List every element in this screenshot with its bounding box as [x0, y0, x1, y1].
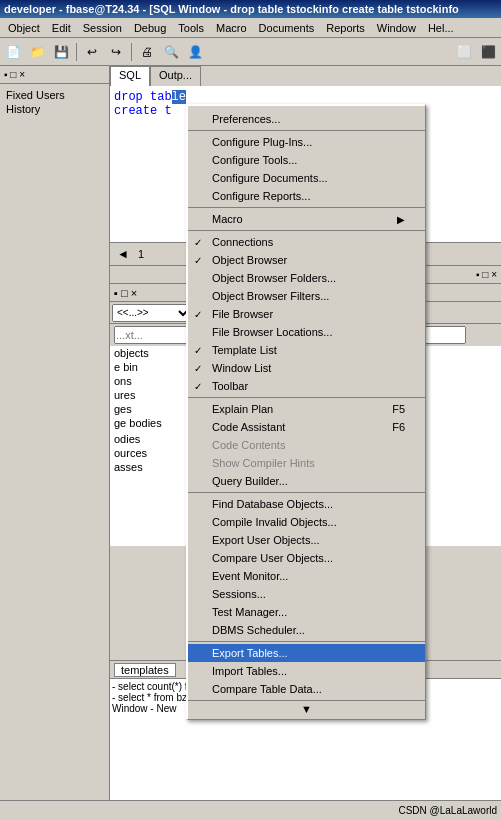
menu-bar: Object Edit Session Debug Tools Macro Do… — [0, 18, 501, 38]
connections-item[interactable]: ✓ Connections — [188, 233, 425, 251]
template-list-label: Template List — [212, 344, 277, 356]
file-browser-check: ✓ — [194, 309, 202, 320]
menu-section-macro: Macro ▶ — [188, 208, 425, 231]
tools-menu: Preferences... Configure Plug-Ins... Con… — [186, 104, 426, 720]
test-manager-label: Test Manager... — [212, 606, 287, 618]
file-browser-item[interactable]: ✓ File Browser — [188, 305, 425, 323]
code-assistant-label: Code Assistant — [212, 421, 285, 433]
file-browser-locations-item[interactable]: File Browser Locations... — [188, 323, 425, 341]
export-tables-label: Export Tables... — [212, 647, 288, 659]
explain-plan-shortcut: F5 — [372, 403, 405, 415]
sessions-item[interactable]: Sessions... — [188, 585, 425, 603]
sessions-label: Sessions... — [212, 588, 266, 600]
history-item[interactable]: History — [2, 102, 107, 116]
compare-table-data-item[interactable]: Compare Table Data... — [188, 680, 425, 698]
right-toolbar-btn-1[interactable]: ⬜ — [453, 41, 475, 63]
query-builder-label: Query Builder... — [212, 475, 288, 487]
sql-line-1: drop table — [114, 90, 497, 104]
import-tables-item[interactable]: Import Tables... — [188, 662, 425, 680]
user-button[interactable]: 👤 — [184, 41, 206, 63]
show-compiler-hints-item: Show Compiler Hints — [188, 454, 425, 472]
event-monitor-label: Event Monitor... — [212, 570, 288, 582]
right-toolbar-btn-2[interactable]: ⬛ — [477, 41, 499, 63]
configure-plugins-item[interactable]: Configure Plug-Ins... — [188, 133, 425, 151]
new-button[interactable]: 📄 — [2, 41, 24, 63]
find-database-objects-item[interactable]: Find Database Objects... — [188, 495, 425, 513]
open-button[interactable]: 📁 — [26, 41, 48, 63]
play-button[interactable]: ◄ — [112, 243, 134, 265]
toolbar-label: Toolbar — [212, 380, 248, 392]
menu-scroll-down[interactable]: ▼ — [188, 701, 425, 717]
menu-edit[interactable]: Edit — [46, 18, 77, 37]
compile-invalid-objects-item[interactable]: Compile Invalid Objects... — [188, 513, 425, 531]
explain-plan-item[interactable]: Explain Plan F5 — [188, 400, 425, 418]
dbms-scheduler-item[interactable]: DBMS Scheduler... — [188, 621, 425, 639]
undo-button[interactable]: ↩ — [81, 41, 103, 63]
code-assistant-item[interactable]: Code Assistant F6 — [188, 418, 425, 436]
print-button[interactable]: 🖨 — [136, 41, 158, 63]
left-panel-content: Fixed Users History — [0, 84, 109, 120]
configure-reports-label: Configure Reports... — [212, 190, 310, 202]
compile-invalid-objects-label: Compile Invalid Objects... — [212, 516, 337, 528]
preferences-item[interactable]: Preferences... — [188, 110, 425, 128]
object-browser-item[interactable]: ✓ Object Browser — [188, 251, 425, 269]
find-database-objects-label: Find Database Objects... — [212, 498, 333, 510]
left-panel-title: ▪ □ × — [4, 69, 25, 80]
fixed-users-item[interactable]: Fixed Users — [2, 88, 107, 102]
tab-output[interactable]: Outp... — [150, 66, 201, 86]
ob-dropdown[interactable]: <<...>> — [112, 304, 192, 322]
test-manager-item[interactable]: Test Manager... — [188, 603, 425, 621]
down-arrow-icon: ▼ — [301, 703, 312, 715]
toolbar-check: ✓ — [194, 381, 202, 392]
menu-debug[interactable]: Debug — [128, 18, 172, 37]
menu-object[interactable]: Object — [2, 18, 46, 37]
configure-tools-item[interactable]: Configure Tools... — [188, 151, 425, 169]
code-contents-item: Code Contents — [188, 436, 425, 454]
template-list-item[interactable]: ✓ Template List — [188, 341, 425, 359]
title-text: developer - fbase@T24.34 - [SQL Window -… — [4, 3, 459, 15]
object-browser-folders-item[interactable]: Object Browser Folders... — [188, 269, 425, 287]
menu-tools[interactable]: Tools — [172, 18, 210, 37]
import-tables-label: Import Tables... — [212, 665, 287, 677]
find-button[interactable]: 🔍 — [160, 41, 182, 63]
templates-tab[interactable]: templates — [114, 663, 176, 677]
compare-user-objects-item[interactable]: Compare User Objects... — [188, 549, 425, 567]
explain-plan-label: Explain Plan — [212, 403, 273, 415]
compare-user-objects-label: Compare User Objects... — [212, 552, 333, 564]
left-panel: ▪ □ × Fixed Users History — [0, 66, 110, 800]
window-list-label: Window List — [212, 362, 271, 374]
query-builder-item[interactable]: Query Builder... — [188, 472, 425, 490]
toolbar-item[interactable]: ✓ Toolbar — [188, 377, 425, 395]
redo-button[interactable]: ↪ — [105, 41, 127, 63]
object-browser-folders-label: Object Browser Folders... — [212, 272, 336, 284]
menu-window[interactable]: Window — [371, 18, 422, 37]
configure-documents-item[interactable]: Configure Documents... — [188, 169, 425, 187]
object-browser-filters-item[interactable]: Object Browser Filters... — [188, 287, 425, 305]
configure-reports-item[interactable]: Configure Reports... — [188, 187, 425, 205]
file-browser-label: File Browser — [212, 308, 273, 320]
tab-sql[interactable]: SQL — [110, 66, 150, 86]
object-browser-check: ✓ — [194, 255, 202, 266]
export-user-objects-item[interactable]: Export User Objects... — [188, 531, 425, 549]
menu-section-panels: ✓ Connections ✓ Object Browser Object Br… — [188, 231, 425, 398]
menu-help[interactable]: Hel... — [422, 18, 460, 37]
toolbar-separator-1 — [76, 43, 77, 61]
macro-item[interactable]: Macro ▶ — [188, 210, 425, 228]
event-monitor-item[interactable]: Event Monitor... — [188, 567, 425, 585]
menu-reports[interactable]: Reports — [320, 18, 371, 37]
export-tables-item[interactable]: Export Tables... — [188, 644, 425, 662]
template-list-check: ✓ — [194, 345, 202, 356]
menu-section-plan: Explain Plan F5 Code Assistant F6 Code C… — [188, 398, 425, 493]
configure-plugins-label: Configure Plug-Ins... — [212, 136, 312, 148]
save-button[interactable]: 💾 — [50, 41, 72, 63]
object-browser-filters-label: Object Browser Filters... — [212, 290, 329, 302]
result-panel-controls: ▪ □ × — [476, 269, 497, 280]
menu-session[interactable]: Session — [77, 18, 128, 37]
window-list-item[interactable]: ✓ Window List — [188, 359, 425, 377]
macro-arrow: ▶ — [397, 214, 405, 225]
configure-tools-label: Configure Tools... — [212, 154, 297, 166]
tools-dropdown: Preferences... Configure Plug-Ins... Con… — [186, 104, 426, 720]
menu-documents[interactable]: Documents — [253, 18, 321, 37]
configure-documents-label: Configure Documents... — [212, 172, 328, 184]
menu-macro[interactable]: Macro — [210, 18, 253, 37]
